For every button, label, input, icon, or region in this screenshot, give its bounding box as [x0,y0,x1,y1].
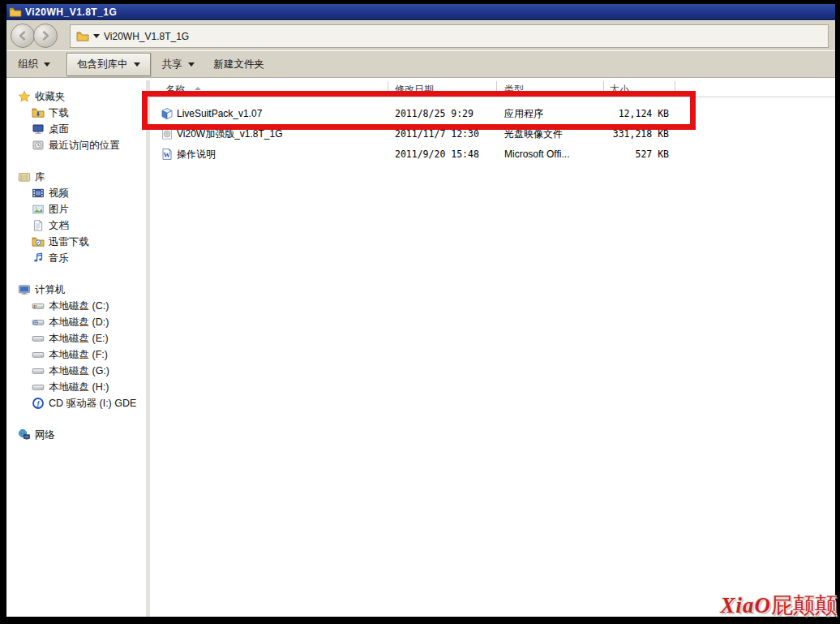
drive-d-icon [32,316,45,329]
watermark-latin: XiaO [720,593,771,618]
share-label: 共享 [162,58,182,71]
address-path: Vi20WH_V1.8T_1G [104,31,189,42]
sidebar: 收藏夹下载桌面最近访问的位置库视频图片文档迅雷下载音乐计算机本地磁盘 (C:)本… [6,80,146,617]
videos-icon [32,187,45,200]
sidebar-item-1-3[interactable]: 迅雷下载 [6,234,146,250]
chevron-down-icon [44,62,50,67]
sidebar-item-label: 本地磁盘 (H:) [49,381,109,394]
new-folder-label: 新建文件夹 [214,58,265,71]
watermark: XiaO屁颠颠 [720,591,837,620]
thunder-download-icon [32,235,45,248]
sidebar-group-label: 计算机 [35,283,66,297]
command-toolbar: 组织 包含到库中 共享 新建文件夹 [6,50,835,78]
sidebar-item-1-4[interactable]: 音乐 [6,250,146,266]
include-in-library-label: 包含到库中 [77,58,128,71]
address-dropdown-icon[interactable] [93,34,100,38]
sidebar-item-label: 文档 [49,219,69,233]
chevron-down-icon [188,62,195,67]
back-button[interactable] [11,24,35,48]
computer-icon [18,283,31,296]
file-name: 操作说明 [177,144,216,165]
sidebar-item-label: 本地磁盘 (E:) [49,332,109,346]
sidebar-item-label: 迅雷下载 [49,235,89,249]
include-in-library-button[interactable]: 包含到库中 [66,53,151,76]
file-list-pane: 名称 修改日期 类型 大小 LiveSuitPack_v1.072011/8/2… [150,80,835,617]
drive-icon [32,348,45,361]
drive-icon [32,381,45,394]
organize-button[interactable]: 组织 [10,54,58,75]
sidebar-item-1-0[interactable]: 视频 [6,185,146,201]
watermark-cjk: 屁颠颠 [771,593,837,618]
forward-arrow-icon [40,30,51,41]
desktop-icon [32,123,45,136]
sidebar-item-0-2[interactable]: 最近访问的位置 [6,137,146,153]
sidebar-item-label: 视频 [49,187,69,200]
file-size: 527 KB [588,144,669,165]
explorer-window: Vi20WH_V1.8T_1G Vi20WH_V1.8T_1G 组织 包含到库中… [6,4,835,617]
sidebar-item-label: 本地磁盘 (G:) [49,364,109,378]
file-row[interactable]: W操作说明2011/9/20 15:48Microsoft Offi...527… [150,144,835,165]
sidebar-item-2-1[interactable]: 本地磁盘 (D:) [6,314,146,330]
sidebar-item-2-4[interactable]: 本地磁盘 (G:) [6,363,146,379]
sidebar-item-1-1[interactable]: 图片 [6,201,146,217]
new-folder-button[interactable]: 新建文件夹 [206,54,273,75]
folder-icon [9,6,22,19]
sidebar-item-0-0[interactable]: 下载 [6,105,146,121]
folder-icon [76,30,89,43]
word-document-icon: W [161,148,174,161]
sidebar-group-2[interactable]: 计算机 [6,282,146,298]
library-icon [18,170,31,183]
pictures-icon [32,203,45,216]
sidebar-group-label: 库 [35,170,45,184]
sidebar-item-2-6[interactable]: fCD 驱动器 (I:) GDE [6,395,146,411]
titlebar: Vi20WH_V1.8T_1G [6,4,835,20]
file-date: 2011/9/20 15:48 [395,144,479,165]
address-bar[interactable]: Vi20WH_V1.8T_1G [70,24,829,48]
sidebar-item-label: 本地磁盘 (C:) [49,299,109,313]
sidebar-item-0-1[interactable]: 桌面 [6,121,146,137]
content-area: 收藏夹下载桌面最近访问的位置库视频图片文档迅雷下载音乐计算机本地磁盘 (C:)本… [6,80,835,617]
system-drive-icon [32,299,45,312]
forward-button[interactable] [33,24,58,48]
sort-ascending-icon [195,87,201,90]
file-type: Microsoft Offi... [504,144,569,165]
chevron-down-icon [134,62,140,67]
sidebar-item-2-3[interactable]: 本地磁盘 (F:) [6,346,146,363]
sidebar-item-label: 本地磁盘 (D:) [49,316,109,329]
window-title: Vi20WH_V1.8T_1G [25,6,117,18]
sidebar-item-label: 音乐 [49,252,69,265]
documents-icon [32,219,45,232]
sidebar-item-label: 本地磁盘 (F:) [49,348,108,362]
svg-text:W: W [164,151,171,159]
cd-drive-icon: f [32,397,45,410]
sidebar-item-2-5[interactable]: 本地磁盘 (H:) [6,379,146,395]
drive-icon [32,364,45,377]
back-arrow-icon [17,30,28,41]
sidebar-item-2-2[interactable]: 本地磁盘 (E:) [6,330,146,346]
sidebar-item-label: 桌面 [49,123,69,136]
sidebar-item-label: CD 驱动器 (I:) GDE [49,397,136,411]
organize-label: 组织 [18,58,38,71]
network-icon [18,428,31,441]
sidebar-group-0[interactable]: 收藏夹 [6,88,146,105]
sidebar-item-1-2[interactable]: 文档 [6,217,146,234]
drive-icon [32,332,45,345]
sidebar-group-label: 网络 [35,428,55,442]
sidebar-item-label: 下载 [49,106,69,120]
star-icon [18,90,31,103]
download-folder-icon [32,106,45,119]
sidebar-item-2-0[interactable]: 本地磁盘 (C:) [6,298,146,314]
recent-places-icon [32,139,45,152]
sidebar-group-3[interactable]: 网络 [6,427,146,443]
sidebar-group-1[interactable]: 库 [6,169,146,185]
sidebar-item-label: 最近访问的位置 [49,139,120,153]
music-icon [32,252,45,265]
red-highlight-annotation [142,91,696,130]
share-button[interactable]: 共享 [154,54,203,75]
sidebar-item-label: 图片 [49,203,69,217]
navigation-bar: Vi20WH_V1.8T_1G [6,20,835,50]
sidebar-group-label: 收藏夹 [35,90,66,104]
